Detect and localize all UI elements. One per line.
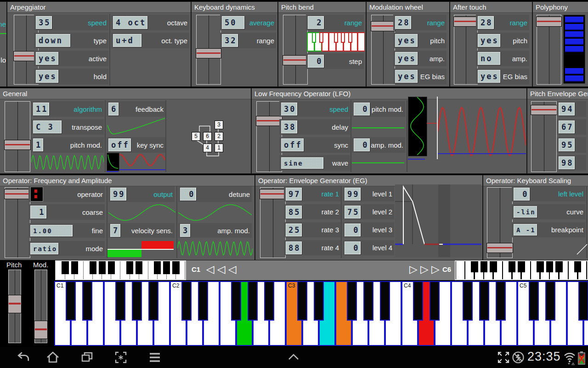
scroll-left-slow-button[interactable]: ◁ — [228, 263, 237, 275]
row-ks-leftlevel[interactable]: 0 left level — [512, 186, 585, 201]
row-eg-level1[interactable]: 99 level 1 — [343, 186, 394, 201]
piano-key-black[interactable] — [413, 281, 423, 321]
row-of-mode[interactable]: ratio mode — [28, 241, 105, 256]
mini-key-black[interactable] — [509, 261, 516, 272]
general-slider[interactable] — [5, 101, 30, 172]
pitch-bend-slider[interactable] — [283, 15, 308, 85]
lfo-slider[interactable] — [256, 101, 282, 172]
row-eg-level2[interactable]: 75 level 2 — [343, 204, 394, 219]
mini-key-black[interactable] — [481, 261, 488, 272]
row-pe-2[interactable]: 67 — [557, 119, 586, 135]
row-ks-breakpoint[interactable]: A -1 breakpoint — [512, 222, 585, 237]
row-mw-range[interactable]: 28 range — [393, 15, 447, 30]
row-pe-1[interactable]: 94 — [557, 101, 586, 117]
row-of-output[interactable]: 99 output — [108, 186, 175, 202]
scroll-right-slow-button[interactable]: ▷ — [409, 263, 418, 275]
piano-key-black[interactable] — [380, 281, 390, 321]
row-arp-active[interactable]: yes active — [34, 51, 108, 66]
modulation-wheel-slider[interactable] — [371, 15, 395, 85]
mini-key-black[interactable] — [537, 261, 544, 272]
home-button[interactable] — [46, 351, 60, 364]
recents-button[interactable] — [80, 351, 94, 364]
slider-handle[interactable] — [536, 17, 562, 27]
row-at-egbias[interactable]: yes EG bias — [476, 69, 529, 84]
slider-handle[interactable] — [4, 189, 31, 199]
pitch-eg-slider[interactable] — [531, 101, 557, 172]
slider-handle[interactable] — [453, 17, 478, 27]
row-eg-rate3[interactable]: 25 rate 3 — [284, 222, 341, 237]
row-lfo-ampmod[interactable]: 0 amp. mod. — [352, 137, 405, 153]
piano-key-black[interactable] — [545, 281, 555, 321]
row-eg-rate1[interactable]: 97 rate 1 — [284, 186, 341, 201]
mini-key-black[interactable] — [154, 261, 161, 274]
row-of-ampmod[interactable]: 3 amp. mod. — [178, 223, 252, 238]
slider-handle[interactable] — [196, 48, 221, 58]
row-gen-keysync[interactable]: off key sync — [107, 137, 165, 153]
mini-key-black[interactable] — [574, 261, 582, 272]
piano-key-black[interactable] — [297, 281, 307, 321]
scroll-right-fast-button[interactable]: ▷ — [431, 263, 440, 275]
row-gen-algorithm[interactable]: 11 algorithm — [31, 101, 104, 117]
pitch-wheel-handle[interactable] — [8, 295, 22, 313]
pitch-wheel[interactable] — [8, 270, 21, 343]
menu-button[interactable] — [148, 351, 162, 364]
back-button[interactable] — [17, 351, 30, 364]
piano-key-black[interactable] — [363, 281, 373, 321]
piano-key-black[interactable] — [132, 281, 142, 321]
row-gen-transpose[interactable]: C 3 transpose — [31, 119, 104, 135]
piano-key-black[interactable] — [463, 281, 473, 321]
slider-handle[interactable] — [4, 140, 31, 150]
piano-key-black[interactable] — [529, 281, 539, 321]
row-of-operator[interactable]: operator — [28, 186, 105, 202]
system-tray[interactable]: 23:35 — [495, 347, 588, 368]
piano-key-black[interactable] — [264, 281, 274, 321]
mini-key-black[interactable] — [518, 261, 525, 272]
mod-wheel[interactable] — [34, 270, 47, 343]
piano-key-black[interactable] — [148, 281, 158, 321]
piano-key-black[interactable] — [82, 281, 92, 321]
row-arp-type[interactable]: down type — [34, 33, 108, 48]
piano-key-black[interactable] — [115, 281, 125, 321]
row-kd-average[interactable]: 50 average — [220, 15, 276, 30]
row-eg-rate4[interactable]: 88 rate 4 — [284, 240, 341, 255]
row-gen-feedback[interactable]: 6 feedback — [107, 101, 165, 117]
mini-key-black[interactable] — [99, 261, 106, 274]
piano-key-black[interactable] — [181, 281, 192, 321]
mini-key-black[interactable] — [471, 261, 478, 272]
slider-handle[interactable] — [531, 105, 557, 115]
row-arp-hold[interactable]: yes hold — [34, 69, 108, 84]
mini-key-black[interactable] — [126, 261, 133, 274]
row-of-fine[interactable]: 1.00 fine — [28, 223, 105, 238]
row-of-coarse[interactable]: 1 coarse — [28, 204, 105, 220]
row-pb-range[interactable]: 2 range — [306, 15, 364, 30]
mini-key-black[interactable] — [62, 261, 68, 274]
op-freq-slider[interactable] — [5, 187, 30, 258]
row-eg-rate2[interactable]: 85 rate 2 — [284, 204, 341, 219]
row-mw-amp[interactable]: yes amp. — [393, 51, 447, 66]
piano-key-black[interactable] — [248, 281, 258, 321]
mini-key-black[interactable] — [90, 261, 96, 274]
mini-key-black[interactable] — [108, 261, 115, 274]
row-lfo-sync[interactable]: off sync — [279, 137, 350, 153]
row-lfo-delay[interactable]: 38 delay — [279, 119, 350, 135]
row-pb-step[interactable]: 0 step — [306, 53, 364, 69]
row-of-detune[interactable]: 0 detune — [178, 186, 252, 202]
mini-key-black[interactable] — [490, 261, 497, 272]
mini-key-black[interactable] — [555, 261, 563, 272]
keyboard-overview-left[interactable] — [55, 260, 186, 280]
after-touch-slider[interactable] — [454, 15, 478, 85]
mini-key-white[interactable] — [456, 261, 464, 279]
row-at-amp[interactable]: no amp. — [476, 51, 529, 66]
slider-handle[interactable] — [256, 116, 283, 126]
row-at-range[interactable]: 28 range — [476, 15, 529, 30]
keyboard-dynamics-slider[interactable] — [196, 15, 221, 85]
row-of-velsens[interactable]: 7 velocity sens. — [108, 223, 175, 238]
screenshot-button[interactable] — [114, 351, 128, 364]
row-gen-pitchmod[interactable]: 1 pitch mod. — [31, 137, 104, 153]
slider-handle[interactable] — [371, 21, 396, 31]
mod-wheel-handle[interactable] — [34, 321, 48, 339]
piano-key-black[interactable] — [231, 281, 241, 321]
row-arp-octave[interactable]: 4 oct octave — [111, 15, 189, 30]
piano-key-black[interactable] — [578, 281, 588, 321]
mini-key-black[interactable] — [136, 261, 142, 274]
